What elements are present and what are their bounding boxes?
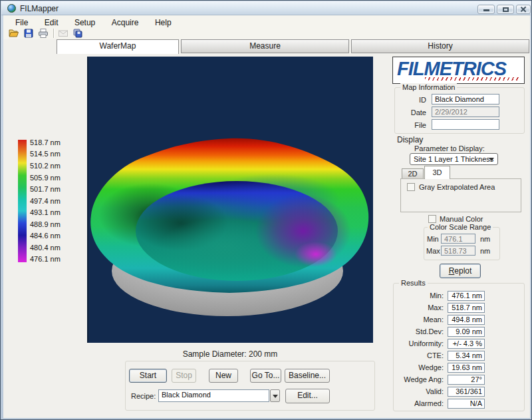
- min-label: Min: [427, 235, 439, 243]
- gray-extrapolated-label: Gray Extrapolated Area: [419, 183, 495, 191]
- id-field[interactable]: [432, 94, 499, 105]
- result-value: N/A: [448, 399, 485, 409]
- print-icon[interactable]: [38, 28, 49, 39]
- parameter-combobox[interactable]: Site 1 Layer 1 Thickness: [410, 153, 498, 165]
- result-label: Alarmed:: [396, 399, 444, 409]
- stop-button: Stop: [172, 369, 196, 383]
- recipe-combobox[interactable]: Black Diamond: [158, 389, 269, 402]
- color-scale-label: 493.1 nm: [30, 208, 61, 216]
- tab-3d[interactable]: 3D: [424, 166, 450, 179]
- color-scale-label: 484.6 nm: [30, 232, 61, 240]
- result-value: 476.1 nm: [448, 291, 485, 301]
- go-to-button[interactable]: Go To...: [250, 369, 281, 383]
- sample-diameter-caption: Sample Diameter: 200 mm: [87, 349, 373, 359]
- minimize-button[interactable]: [477, 5, 495, 14]
- parameter-to-display-label: Parameter to Display:: [414, 144, 485, 152]
- close-icon: [520, 6, 527, 13]
- menu-setup[interactable]: Setup: [68, 17, 102, 29]
- result-label: Max:: [396, 303, 444, 313]
- manual-color-checkbox[interactable]: [428, 215, 436, 223]
- result-value: 27°: [448, 375, 485, 385]
- display-section-title: Display: [397, 135, 423, 144]
- color-scale-label: 476.1 nm: [30, 255, 61, 263]
- result-value: 494.8 nm: [448, 315, 485, 325]
- gray-extrapolated-checkbox[interactable]: [407, 183, 415, 191]
- result-row: Wedge Ang:27°: [396, 375, 521, 385]
- close-button[interactable]: [516, 5, 531, 14]
- title-bar: FILMapper: [1, 1, 531, 15]
- color-scale-label: 488.9 nm: [30, 220, 61, 228]
- color-scale-bar: [18, 140, 27, 262]
- tab-history[interactable]: History: [351, 39, 529, 53]
- result-row: Min:476.1 nm: [396, 291, 521, 301]
- result-label: CTE:: [396, 351, 444, 361]
- tab-2d[interactable]: 2D: [402, 168, 424, 179]
- id-label: ID: [397, 96, 426, 104]
- maximize-icon: [503, 7, 509, 12]
- tab-measure[interactable]: Measure: [181, 39, 349, 53]
- new-button[interactable]: New: [209, 369, 238, 383]
- replot-button[interactable]: Replot: [440, 264, 481, 278]
- result-row: Std.Dev:9.09 nm: [396, 327, 521, 337]
- color-scale-label: 505.9 nm: [30, 174, 61, 182]
- results-rows: Min:476.1 nm Max:518.7 nm Mean:494.8 nm …: [396, 291, 521, 409]
- wafer-3d-surface: [87, 57, 373, 343]
- manual-color-label: Manual Color: [440, 215, 483, 223]
- result-value: +/- 4.3 %: [448, 339, 485, 349]
- result-label: Mean:: [396, 315, 444, 325]
- min-field: [441, 234, 475, 244]
- baseline-button[interactable]: Baseline...: [285, 369, 330, 383]
- menu-help[interactable]: Help: [148, 17, 178, 29]
- app-icon: [7, 4, 16, 13]
- color-scale-label: 501.7 nm: [30, 185, 61, 193]
- max-unit: nm: [480, 247, 490, 255]
- date-label: Date: [397, 108, 426, 116]
- save-icon[interactable]: [23, 28, 35, 39]
- color-scale-label: 510.2 nm: [30, 162, 61, 170]
- color-scale-label: 497.4 nm: [30, 197, 61, 205]
- result-value: 361/361: [448, 387, 485, 397]
- toolbar-separator: [53, 29, 54, 38]
- maximize-button[interactable]: [497, 5, 514, 14]
- results-title: Results: [399, 279, 428, 287]
- chevron-down-icon: [273, 395, 278, 398]
- date-field: [432, 106, 499, 117]
- wafer-3d-view[interactable]: [87, 57, 373, 343]
- max-field: [441, 246, 475, 256]
- file-field[interactable]: [432, 119, 499, 130]
- result-row: Valid:361/361: [396, 387, 521, 397]
- recipe-label: Recipe:: [131, 392, 156, 400]
- menu-bar: File Edit Setup Acquire Help: [3, 16, 530, 28]
- toolbar: [3, 28, 530, 39]
- result-value: 5.34 nm: [448, 351, 485, 361]
- result-label: Wedge Ang:: [396, 375, 444, 385]
- result-label: Uniformity:: [396, 339, 444, 349]
- color-scale-label: 518.7 nm: [30, 138, 61, 146]
- replot-button-label: Replot: [440, 264, 480, 278]
- edit-recipe-button[interactable]: Edit...: [285, 389, 330, 403]
- tab-wafermap[interactable]: WaferMap: [57, 39, 179, 54]
- result-row: CTE:5.34 nm: [396, 351, 521, 361]
- result-row: Mean:494.8 nm: [396, 315, 521, 325]
- logo-slashes-decoration: [425, 77, 519, 81]
- color-scale-label: 514.5 nm: [30, 150, 61, 158]
- menu-edit[interactable]: Edit: [38, 17, 65, 29]
- map-information-title: Map Information: [400, 83, 457, 91]
- menu-acquire[interactable]: Acquire: [105, 17, 146, 29]
- min-unit: nm: [480, 235, 490, 243]
- result-label: Std.Dev:: [396, 327, 444, 337]
- result-row: Uniformity:+/- 4.3 %: [396, 339, 521, 349]
- start-button[interactable]: Start: [129, 369, 167, 383]
- window-title: FILMapper: [20, 4, 59, 13]
- chevron-down-icon: [489, 158, 494, 161]
- recipe-dropdown-button[interactable]: [270, 389, 280, 402]
- filmetrics-logo: FILMETRICS: [392, 57, 525, 84]
- result-row: Alarmed:N/A: [396, 399, 521, 409]
- result-row: Max:518.7 nm: [396, 303, 521, 313]
- result-label: Min:: [396, 291, 444, 301]
- parameter-value: Site 1 Layer 1 Thickness: [414, 155, 493, 163]
- copy-icon[interactable]: [72, 28, 84, 39]
- menu-file[interactable]: File: [9, 17, 35, 29]
- open-icon[interactable]: [9, 28, 20, 39]
- export-icon: [58, 28, 69, 39]
